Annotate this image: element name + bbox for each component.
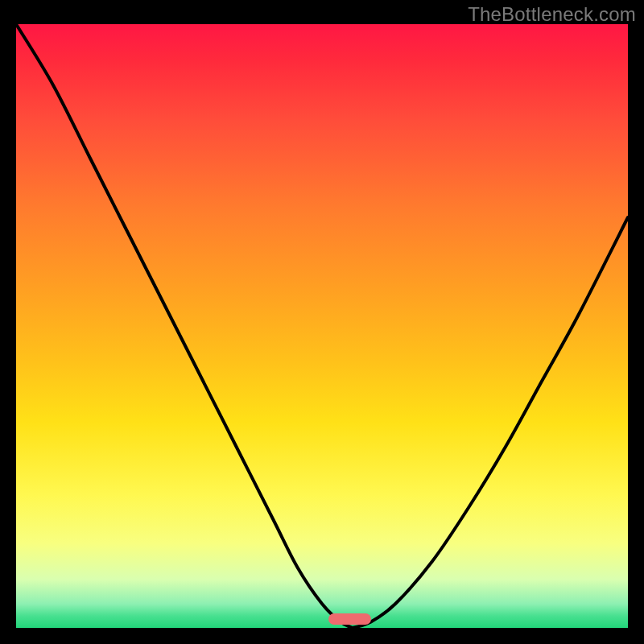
chart-frame: TheBottleneck.com bbox=[0, 0, 644, 644]
watermark-text: TheBottleneck.com bbox=[468, 3, 636, 26]
minimum-marker bbox=[328, 613, 371, 625]
right-curve bbox=[353, 217, 628, 628]
plot-area bbox=[16, 24, 628, 628]
left-curve bbox=[16, 24, 353, 628]
curve-layer bbox=[16, 24, 628, 628]
